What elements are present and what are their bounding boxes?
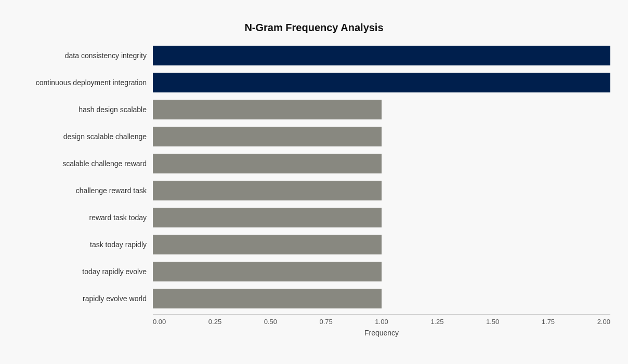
- bar-label: data consistency integrity: [18, 51, 153, 60]
- bar-label: task today rapidly: [18, 240, 153, 249]
- bar-plot-area: [153, 258, 610, 285]
- bar-plot-area: [153, 150, 610, 177]
- bar-plot-area: [153, 69, 610, 96]
- bar-plot-area: [153, 123, 610, 150]
- x-axis-label: Frequency: [153, 329, 610, 337]
- bar-dark: [153, 46, 610, 65]
- x-tick: 0.00: [153, 318, 166, 326]
- bar-gray: [153, 235, 382, 254]
- x-tick: 1.50: [486, 318, 499, 326]
- x-tick: 1.75: [542, 318, 555, 326]
- bar-row: hash design scalable: [18, 96, 610, 123]
- bar-plot-area: [153, 285, 610, 312]
- bar-label: reward task today: [18, 213, 153, 222]
- bar-gray: [153, 127, 382, 146]
- bar-row: design scalable challenge: [18, 123, 610, 150]
- bar-plot-area: [153, 231, 610, 258]
- chart-container: N-Gram Frequency Analysis data consisten…: [7, 17, 621, 347]
- x-tick: 1.25: [430, 318, 443, 326]
- bar-label: hash design scalable: [18, 105, 153, 114]
- bar-gray: [153, 262, 382, 281]
- x-tick: 0.75: [319, 318, 332, 326]
- bar-gray: [153, 154, 382, 173]
- x-tick: 1.00: [375, 318, 388, 326]
- bar-row: challenge reward task: [18, 177, 610, 204]
- bar-label: rapidly evolve world: [18, 294, 153, 303]
- bar-row: rapidly evolve world: [18, 285, 610, 312]
- bar-label: continuous deployment integration: [18, 78, 153, 87]
- bar-gray: [153, 289, 382, 308]
- chart-title: N-Gram Frequency Analysis: [18, 22, 610, 34]
- bars-section: data consistency integritycontinuous dep…: [18, 42, 610, 312]
- bar-plot-area: [153, 177, 610, 204]
- bar-label: scalable challenge reward: [18, 159, 153, 168]
- x-tick: 2.00: [597, 318, 610, 326]
- bar-row: reward task today: [18, 204, 610, 231]
- bar-label: design scalable challenge: [18, 132, 153, 141]
- bar-plot-area: [153, 96, 610, 123]
- bar-row: data consistency integrity: [18, 42, 610, 69]
- x-tick: 0.50: [264, 318, 277, 326]
- bar-label: today rapidly evolve: [18, 267, 153, 276]
- bar-row: scalable challenge reward: [18, 150, 610, 177]
- bar-gray: [153, 181, 382, 200]
- bar-plot-area: [153, 204, 610, 231]
- bar-gray: [153, 100, 382, 119]
- bar-row: task today rapidly: [18, 231, 610, 258]
- bar-gray: [153, 208, 382, 227]
- bar-label: challenge reward task: [18, 186, 153, 195]
- x-axis: 0.000.250.500.751.001.251.501.752.00 Fre…: [153, 314, 610, 337]
- bar-dark: [153, 73, 610, 92]
- x-axis-ticks: 0.000.250.500.751.001.251.501.752.00: [153, 315, 610, 326]
- bar-row: today rapidly evolve: [18, 258, 610, 285]
- bar-plot-area: [153, 42, 610, 69]
- bar-row: continuous deployment integration: [18, 69, 610, 96]
- chart-area: data consistency integritycontinuous dep…: [18, 42, 610, 337]
- x-tick: 0.25: [208, 318, 221, 326]
